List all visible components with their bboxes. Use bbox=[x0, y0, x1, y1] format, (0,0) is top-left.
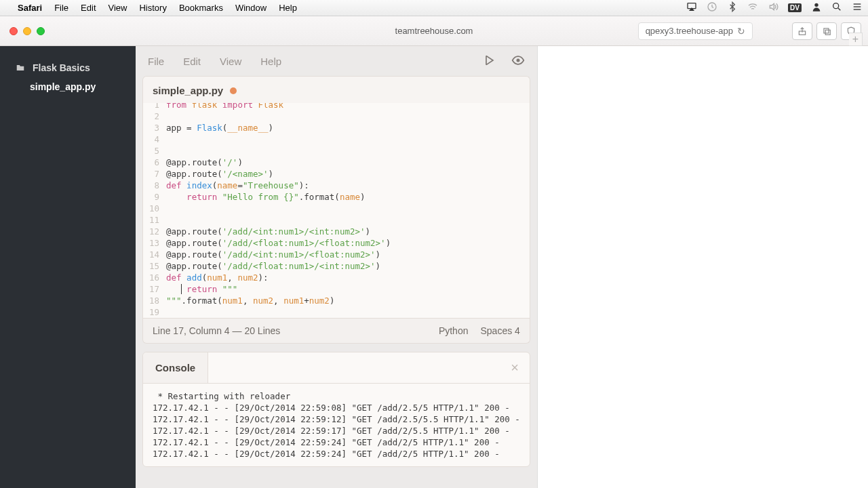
svg-point-3 bbox=[833, 3, 839, 9]
code-line[interactable]: 19 bbox=[143, 306, 530, 318]
editor-menu-view[interactable]: View bbox=[220, 56, 241, 67]
menu-help[interactable]: Help bbox=[279, 3, 297, 13]
window-controls bbox=[7, 27, 45, 35]
code-line[interactable]: 12@app.route('/add/<int:num1>/<int:num2>… bbox=[143, 226, 530, 237]
svg-rect-8 bbox=[824, 28, 829, 33]
editor-menubar: File Edit View Help bbox=[136, 46, 537, 76]
sidebar-file[interactable]: simple_app.py bbox=[0, 77, 136, 96]
menu-window[interactable]: Window bbox=[235, 3, 267, 13]
editor-area: File Edit View Help simple_app.py 1from … bbox=[136, 46, 537, 488]
reload-icon[interactable]: ↻ bbox=[737, 26, 745, 37]
volume-icon[interactable] bbox=[768, 1, 778, 14]
code-line[interactable]: 9 return "Hello from {}".format(name) bbox=[143, 191, 530, 203]
code-line[interactable]: 10 bbox=[143, 203, 530, 214]
app-name[interactable]: Safari bbox=[18, 3, 42, 13]
code-line[interactable]: 13@app.route('/add/<float:num1>/<float:n… bbox=[143, 237, 530, 249]
macos-menubar: Safari File Edit View History Bookmarks … bbox=[0, 0, 868, 16]
svg-point-2 bbox=[814, 3, 818, 7]
console-tab[interactable]: Console bbox=[143, 352, 208, 383]
editor-tab[interactable]: simple_app.py bbox=[153, 85, 237, 103]
svg-rect-9 bbox=[825, 30, 830, 35]
share-button[interactable] bbox=[792, 22, 812, 40]
editor-menu-edit[interactable]: Edit bbox=[183, 56, 201, 67]
code-line[interactable]: 4 bbox=[143, 134, 530, 145]
spotlight-icon[interactable] bbox=[831, 1, 842, 14]
menu-file[interactable]: File bbox=[54, 3, 68, 13]
console-panel: Console × * Restarting with reloader 172… bbox=[142, 352, 530, 467]
minimize-button[interactable] bbox=[23, 27, 31, 35]
airplay-icon[interactable] bbox=[686, 1, 697, 14]
preview-icon[interactable] bbox=[511, 54, 525, 69]
console-output[interactable]: * Restarting with reloader 172.17.42.1 -… bbox=[143, 384, 530, 466]
code-line[interactable]: 7@app.route('/<name>') bbox=[143, 168, 530, 180]
editor-menu-file[interactable]: File bbox=[148, 56, 164, 67]
menu-history[interactable]: History bbox=[139, 3, 166, 13]
code-line[interactable]: 15@app.route('/add/<float:num1>/<int:num… bbox=[143, 260, 530, 272]
code-line[interactable]: 11 bbox=[143, 214, 530, 226]
menu-edit[interactable]: Edit bbox=[81, 3, 96, 13]
code-line[interactable]: 2 bbox=[143, 110, 530, 122]
file-sidebar: Flask Basics simple_app.py bbox=[0, 46, 136, 488]
code-line[interactable]: 8def index(name="Treehouse"): bbox=[143, 180, 530, 191]
editor-menu-help[interactable]: Help bbox=[260, 56, 281, 67]
address-text: qpexy3.treehouse-app bbox=[646, 26, 733, 36]
tab-title: simple_app.py bbox=[153, 85, 223, 96]
preview-pane bbox=[537, 46, 868, 488]
close-button[interactable] bbox=[9, 27, 18, 35]
svg-point-10 bbox=[516, 58, 519, 62]
file-label: simple_app.py bbox=[30, 81, 96, 92]
maximize-button[interactable] bbox=[37, 27, 45, 35]
menu-bookmarks[interactable]: Bookmarks bbox=[179, 3, 223, 13]
timemachine-icon[interactable] bbox=[707, 1, 717, 14]
editor-statusbar: Line 17, Column 4 — 20 Lines Python Spac… bbox=[142, 319, 530, 344]
folder-label: Flask Basics bbox=[33, 62, 90, 73]
unsaved-indicator-icon bbox=[230, 87, 237, 94]
dv-badge[interactable]: DV bbox=[788, 3, 802, 12]
code-line[interactable]: 16def add(num1, num2): bbox=[143, 272, 530, 283]
folder-icon bbox=[15, 63, 26, 73]
code-line[interactable]: 18""".format(num1, num2, num1+num2) bbox=[143, 295, 530, 306]
sidebar-folder[interactable]: Flask Basics bbox=[0, 58, 136, 77]
notification-center-icon[interactable] bbox=[852, 1, 863, 14]
code-line[interactable]: 5 bbox=[143, 145, 530, 157]
cursor-position: Line 17, Column 4 — 20 Lines bbox=[153, 325, 280, 336]
wifi-icon[interactable] bbox=[747, 1, 758, 14]
language-mode[interactable]: Python bbox=[439, 325, 469, 336]
console-close-button[interactable]: × bbox=[500, 360, 530, 375]
code-line[interactable]: 14@app.route('/add/<int:num1>/<float:num… bbox=[143, 249, 530, 260]
run-icon[interactable] bbox=[483, 54, 496, 69]
user-icon[interactable] bbox=[811, 1, 822, 14]
code-line[interactable]: 17 return """ bbox=[143, 283, 530, 295]
new-tab-button[interactable]: + bbox=[849, 33, 863, 46]
bluetooth-icon[interactable] bbox=[727, 1, 738, 14]
code-line[interactable]: 6@app.route('/') bbox=[143, 157, 530, 168]
menu-view[interactable]: View bbox=[108, 3, 127, 13]
safari-toolbar: teamtreehouse.com qpexy3.treehouse-app ↻ bbox=[0, 16, 868, 46]
code-editor[interactable]: 1from flask import Flask23app = Flask(__… bbox=[142, 103, 530, 319]
tabs-button[interactable] bbox=[816, 22, 837, 40]
code-line[interactable]: 3app = Flask(__name__) bbox=[143, 122, 530, 134]
code-line[interactable]: 1from flask import Flask bbox=[143, 103, 530, 110]
tab-strip: simple_app.py bbox=[142, 76, 530, 103]
address-bar-right[interactable]: qpexy3.treehouse-app ↻ bbox=[638, 22, 753, 40]
indent-mode[interactable]: Spaces 4 bbox=[480, 325, 519, 336]
address-display[interactable]: teamtreehouse.com bbox=[395, 26, 473, 36]
